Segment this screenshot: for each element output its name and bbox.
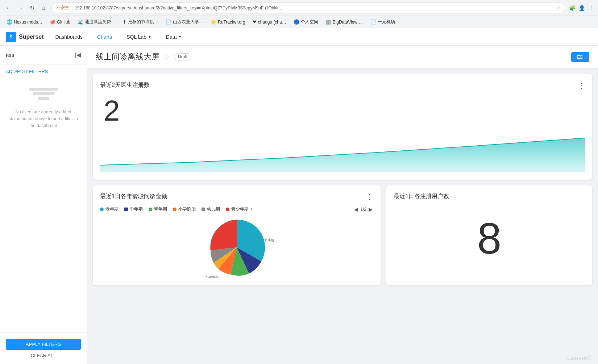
sidebar-empty-text: No filters are currently added ck the bu… [0,109,87,130]
bottom-charts-row: 最近1日各年龄段问诊金额 ⋮ 老年期 中年期 [93,185,592,285]
legend-page-text: 1/2 [360,207,366,212]
nav-data[interactable]: Data ▼ [163,33,184,41]
bookmark-rutracker-label: RuTracker.org [218,20,245,25]
legend-zhongnianqi: 中年期 [124,206,143,212]
nav-sqllab[interactable]: SQL Lab ▼ [124,33,154,41]
nav-sqllab-label: SQL Lab [126,34,146,40]
edit-button[interactable]: ED [571,52,589,62]
star-icon[interactable]: ☆ [556,5,561,11]
nav-charts[interactable]: Charts [94,33,115,41]
bookmark-geren[interactable]: 🔵 个人空间 [291,17,321,26]
legend-qingnianqi: 青年期 [149,206,167,212]
chart2-title: 最近1日各年龄段问诊金额 [100,193,167,200]
bookmark-chaoge-label: chaoge (cha… [258,20,286,25]
browser-controls[interactable]: ← → ↻ ⌂ [4,4,48,12]
main-layout: ters |◀ ADD/EDIT FILTERS No filters are … [0,46,598,364]
bookmark-nexus-label: Nexus mods… [14,20,42,25]
legend-laonianqi-dot [100,208,104,211]
bookmark-honglu-label: 通过洪流免费… [85,19,115,25]
sidebar-collapse-button[interactable]: |◀ [75,51,81,58]
security-warning: 不安全 [56,5,69,11]
chart3-big-number: 8 [394,206,585,263]
bookmark-jiedian[interactable]: ⬆ 推荐的节点供… [120,17,161,26]
chart2-more-icon[interactable]: ⋮ [366,193,373,200]
legend-next-button[interactable]: ▶ [368,206,373,212]
legend-laonianqi-label: 老年期 [105,206,119,212]
bookmark-github-label: GitHub [57,20,70,25]
draft-badge: Draft [174,53,191,60]
legend-qingnianqi-dot [149,208,152,211]
legend-youerqi-label: 幼儿期 [207,206,220,212]
back-button[interactable]: ← [4,4,13,12]
bookmark-bigdata-icon: 🏢 [325,19,331,25]
sidebar-empty-state [0,79,87,109]
chart1-big-number: 2 [104,96,585,125]
bookmark-github-icon: 🐙 [50,19,55,25]
bookmark-honglu[interactable]: 🌊 通过洪流免费… [75,17,118,26]
add-edit-filters-button[interactable]: ADD/EDIT FILTERS [0,64,87,79]
logo-icon: S [6,32,16,42]
home-button[interactable]: ⌂ [39,4,48,12]
legend-youerqi-dot [202,208,205,211]
bookmark-chaoge-icon: ❤ [253,19,257,25]
nav-dashboards[interactable]: Dashboards [52,33,86,41]
legend-qingshaonian: 青少年期（ [226,206,253,212]
filter-empty-icon [29,88,58,100]
svg-text:幼儿期: 幼儿期 [265,238,274,242]
extensions-icon[interactable]: 🧩 [569,5,575,11]
refresh-button[interactable]: ↻ [28,4,36,12]
chart2-header: 最近1日各年龄段问诊金额 ⋮ [100,193,373,200]
apply-filters-button[interactable]: APPLY FILTERS [6,339,81,350]
browser-toolbar: ← → ↻ ⌂ 不安全 | 192.168.10.102:8787/supers… [0,0,598,16]
app-logo[interactable]: S Superset [6,32,43,42]
bookmark-jiedian-icon: ⬆ [122,19,126,25]
filter-line-1 [29,88,58,91]
sidebar-title: ters [6,52,14,58]
chart-age-consultation: 最近1日各年龄段问诊金额 ⋮ 老年期 中年期 [93,185,381,285]
app-nav: S Superset Dashboards Charts SQL Lab ▼ D… [0,28,598,46]
bookmark-shanxi-icon: 📄 [166,19,171,25]
legend-prev-button[interactable]: ◀ [353,206,359,212]
bookmark-yiyuan-icon: 📄 [370,19,376,25]
bookmark-nexus[interactable]: 🌐 Nexus mods… [4,18,45,26]
chart3-title: 最近1日各注册用户数 [394,193,449,200]
chart1-header: 最近2天医生注册数 ⋮ [100,81,585,89]
bookmark-bigdata[interactable]: 🏢 BigDataView:… [323,18,366,26]
browser-actions: 🧩 👤 ⋮ [569,5,594,11]
bookmark-geren-icon: 🔵 [294,19,299,25]
clear-all-button[interactable]: CLEAR ALL [6,353,81,358]
dashboard-star-icon[interactable]: ☆ [164,53,170,61]
chart-registered-users: 最近1日各注册用户数 8 [386,185,592,285]
address-bar[interactable]: 不安全 | 192.168.10.102:8787/superset/dashb… [51,3,565,13]
legend-youerqi: 幼儿期 [202,206,220,212]
forward-button[interactable]: → [16,4,25,12]
legend-qingshaonian-dot [226,208,229,211]
csdn-watermark: CSDN @超哥… [567,356,595,361]
sidebar-empty-line2: ck the button above to add a filter to t… [6,116,81,129]
chart3-header: 最近1日各注册用户数 [394,193,585,200]
bookmark-yiyuan[interactable]: 📄 一元机场… [367,17,402,26]
chart2-pie-area: 幼儿期 小学阶段 [100,217,373,278]
nav-sqllab-chevron: ▼ [148,35,151,39]
chart1-more-icon[interactable]: ⋮ [578,82,585,89]
bookmark-bigdata-label: BigDataView:… [333,20,363,25]
svg-text:小学阶段: 小学阶段 [205,275,219,278]
bookmark-shanxi[interactable]: 📄 山西农业大学… [163,17,206,26]
sidebar-footer: APPLY FILTERS CLEAR ALL [0,332,87,364]
chart1-title: 最近2天医生注册数 [100,81,150,89]
settings-icon[interactable]: ⋮ [589,5,594,11]
bookmark-yiyuan-label: 一元机场… [378,19,399,25]
bookmarks-bar: 🌐 Nexus mods… 🐙 GitHub 🌊 通过洪流免费… ⬆ 推荐的节点… [0,16,598,28]
bookmark-github[interactable]: 🐙 GitHub [47,18,73,26]
chart-doctor-registration: 最近2天医生注册数 ⋮ 2 [93,74,592,180]
bookmark-jiedian-label: 推荐的节点供… [128,19,158,25]
profile-icon[interactable]: 👤 [579,5,585,11]
app-logo-text: Superset [19,34,43,40]
bookmark-rutracker[interactable]: 🌟 RuTracker.org [208,18,248,26]
dashboard-header: 线上问诊离线大屏 ☆ Draft ED [87,46,598,68]
charts-area: 最近2天医生注册数 ⋮ 2 [87,68,598,291]
bookmark-chaoge[interactable]: ❤ chaoge (cha… [250,18,289,26]
bookmark-rutracker-icon: 🌟 [211,19,216,25]
sidebar: ters |◀ ADD/EDIT FILTERS No filters are … [0,46,87,364]
filter-line-3 [38,97,49,100]
